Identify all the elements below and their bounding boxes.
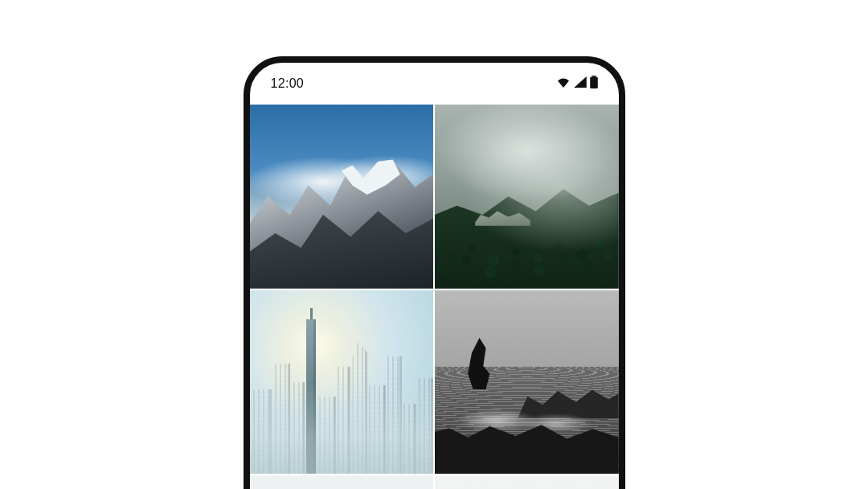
photo-tile-3[interactable] xyxy=(250,290,434,475)
battery-icon xyxy=(590,76,598,92)
svg-rect-1 xyxy=(590,77,598,88)
status-icons xyxy=(556,76,598,92)
status-time: 12:00 xyxy=(271,76,305,91)
cellular-signal-icon xyxy=(574,76,587,91)
photo-grid[interactable] xyxy=(250,105,619,489)
photo-tile-6[interactable] xyxy=(435,475,619,489)
photo-tile-5[interactable] xyxy=(250,475,434,489)
photo-tile-1[interactable] xyxy=(250,105,434,289)
status-bar: 12:00 xyxy=(250,63,619,105)
phone-device-frame: 12:00 xyxy=(244,56,625,489)
photo-tile-4[interactable] xyxy=(435,290,619,475)
wifi-icon xyxy=(556,76,571,91)
svg-rect-0 xyxy=(592,76,596,77)
photo-tile-2[interactable] xyxy=(435,105,619,289)
